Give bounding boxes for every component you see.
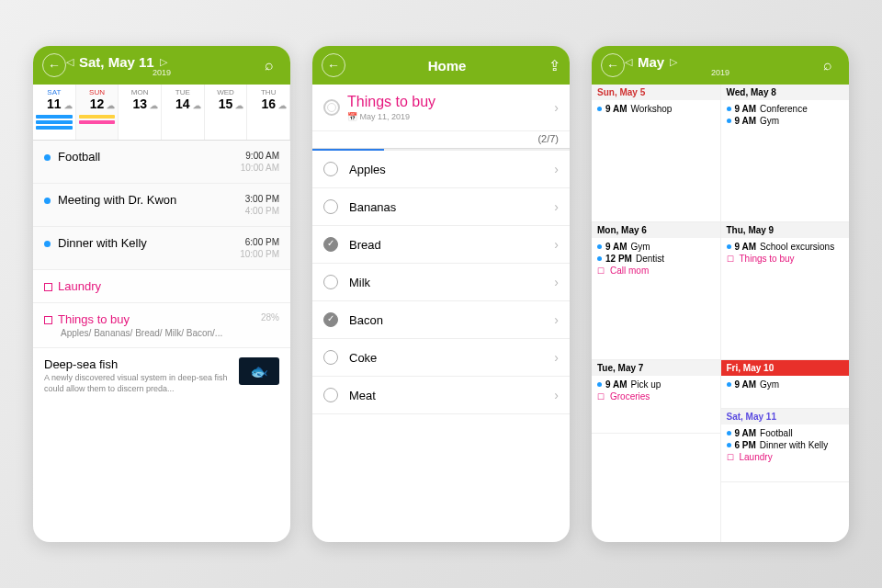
fish-image: 🐟 [239, 357, 279, 385]
event-row[interactable]: Meeting with Dr. Kwon3:00 PM4:00 PM [33, 184, 290, 227]
checkbox-icon[interactable] [323, 350, 338, 365]
chevron-right-icon: › [554, 237, 559, 252]
day-cell[interactable]: SAT11☁ [33, 85, 76, 140]
back-icon[interactable]: ← [322, 53, 345, 77]
day-section[interactable]: Sun, May 59 AM Workshop [592, 85, 720, 222]
day-view-screen: ← ◁Sat, May 11▷ 2019 ⌕ SAT11☁SUN12☁MON13… [33, 46, 290, 542]
month-grid: Sun, May 59 AM WorkshopMon, May 69 AM Gy… [592, 85, 849, 542]
checkbox-icon[interactable] [323, 312, 338, 327]
day-section[interactable]: Mon, May 69 AM Gym12 PM Dentist☐Call mom [592, 222, 720, 360]
back-icon[interactable]: ← [42, 53, 66, 77]
day-cell[interactable]: SUN12☁ [76, 85, 119, 140]
progress-label: (2/7) [312, 131, 570, 149]
checkbox-icon[interactable] [323, 162, 338, 176]
chevron-right-icon: › [554, 312, 559, 327]
day-section[interactable]: Wed, May 89 AM Conference9 AM Gym [721, 85, 850, 222]
event-item[interactable]: 9 AM Gym [727, 379, 844, 390]
prev-icon[interactable]: ◁ [625, 56, 632, 68]
event-list: Football9:00 AM10:00 AMMeeting with Dr. … [33, 141, 290, 270]
event-item[interactable]: 9 AM School excursions [727, 241, 844, 253]
chevron-right-icon: › [554, 100, 559, 115]
task-row[interactable]: Things to buy28%Apples/ Bananas/ Bread/ … [33, 303, 290, 348]
list-view-screen: ← Home ⇪ Things to buy 📅 May 11, 2019 › … [312, 46, 570, 542]
list-item[interactable]: Coke› [312, 339, 570, 377]
checkbox-icon[interactable] [323, 199, 338, 214]
list-item[interactable]: Bananas› [312, 188, 570, 226]
list-item[interactable]: Bacon› [312, 301, 570, 339]
task-item[interactable]: ☐Things to buy [727, 253, 844, 265]
header: ← Home ⇪ [312, 46, 570, 85]
list-item[interactable]: Apples› [312, 151, 570, 188]
search-icon[interactable]: ⌕ [257, 53, 281, 77]
event-item[interactable]: 9 AM Conference [727, 103, 844, 115]
event-item[interactable]: 12 PM Dentist [597, 253, 715, 265]
search-icon[interactable]: ⌕ [816, 53, 840, 77]
event-item[interactable]: 9 AM Gym [727, 115, 844, 127]
chevron-right-icon: › [554, 388, 559, 402]
event-row[interactable]: Dinner with Kelly6:00 PM10:00 PM [33, 227, 290, 270]
list-header[interactable]: Things to buy 📅 May 11, 2019 › [312, 85, 570, 131]
next-icon[interactable]: ▷ [670, 56, 677, 68]
header-title[interactable]: ◁May▷ 2019 [625, 54, 816, 77]
day-cell[interactable]: TUE14☁ [162, 85, 205, 140]
task-item[interactable]: ☐Laundry [727, 451, 844, 463]
checkbox-icon[interactable] [323, 388, 338, 402]
event-item[interactable]: 9 AM Football [727, 427, 844, 439]
day-section[interactable]: Thu, May 99 AM School excursions☐Things … [721, 222, 850, 360]
header: ← ◁Sat, May 11▷ 2019 ⌕ [33, 46, 290, 85]
day-section[interactable]: Tue, May 79 AM Pick up☐Groceries [592, 360, 720, 434]
next-icon[interactable]: ▷ [160, 56, 167, 68]
back-icon[interactable]: ← [601, 53, 625, 77]
event-row[interactable]: Football9:00 AM10:00 AM [33, 141, 290, 184]
day-section[interactable]: Sat, May 119 AM Football6 PM Dinner with… [721, 409, 850, 482]
list-item[interactable]: Milk› [312, 264, 570, 301]
event-item[interactable]: 9 AM Pick up [597, 379, 715, 390]
prev-icon[interactable]: ◁ [66, 56, 74, 68]
day-cell[interactable]: WED15☁ [205, 85, 248, 140]
event-item[interactable]: 9 AM Workshop [597, 103, 715, 115]
month-view-screen: ← ◁May▷ 2019 ⌕ Sun, May 59 AM WorkshopMo… [592, 46, 849, 542]
task-list: LaundryThings to buy28%Apples/ Bananas/ … [33, 270, 290, 348]
day-cell[interactable]: THU16☁ [247, 85, 290, 140]
page-title: Home [345, 58, 548, 74]
chevron-right-icon: › [554, 350, 559, 365]
week-strip[interactable]: SAT11☁SUN12☁MON13☁TUE14☁WED15☁THU16☁ [33, 85, 290, 141]
task-row[interactable]: Laundry [33, 270, 290, 303]
task-item[interactable]: ☐Groceries [597, 390, 715, 402]
day-section[interactable]: Fri, May 109 AM Gym [721, 360, 850, 409]
share-icon[interactable]: ⇪ [548, 57, 560, 74]
list-item[interactable]: Bread› [312, 226, 570, 264]
chevron-right-icon: › [554, 199, 559, 214]
ring-icon [323, 99, 340, 116]
event-item[interactable]: 6 PM Dinner with Kelly [727, 439, 844, 451]
checkbox-icon[interactable] [323, 237, 338, 252]
chevron-right-icon: › [554, 275, 559, 289]
calendar-icon: 📅 [347, 112, 357, 121]
task-item[interactable]: ☐Call mom [597, 265, 715, 277]
chevron-right-icon: › [554, 162, 559, 176]
news-card[interactable]: Deep-sea fishA newly discovered visual s… [33, 348, 290, 403]
header: ← ◁May▷ 2019 ⌕ [592, 46, 849, 85]
day-cell[interactable]: MON13☁ [119, 85, 162, 140]
checklist: Apples›Bananas›Bread›Milk›Bacon›Coke›Mea… [312, 151, 570, 414]
list-item[interactable]: Meat› [312, 377, 570, 414]
header-title[interactable]: ◁Sat, May 11▷ 2019 [66, 54, 257, 77]
event-item[interactable]: 9 AM Gym [597, 241, 715, 253]
checkbox-icon[interactable] [323, 275, 338, 289]
